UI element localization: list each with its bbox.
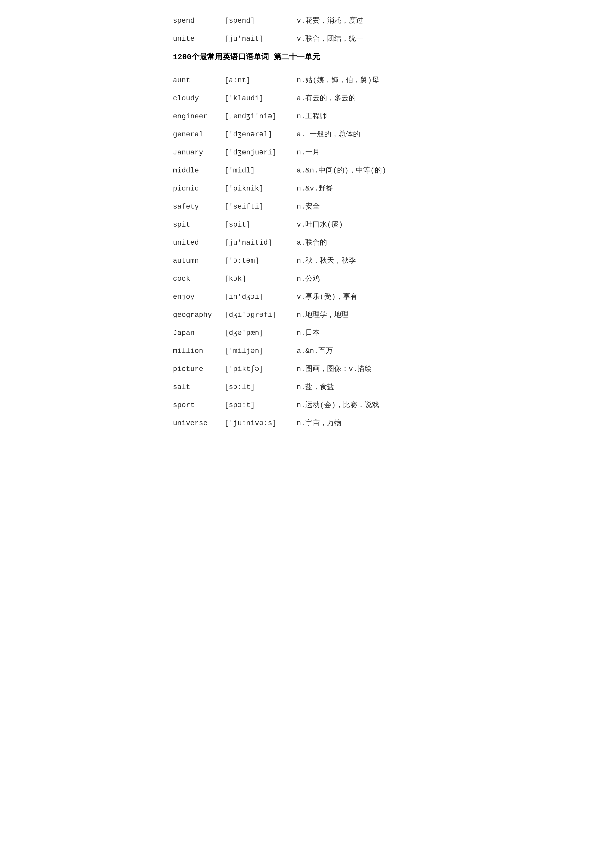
word: salt <box>173 382 225 393</box>
word-entry: picture ['piktʃə] n.图画，图像；v.描绘 <box>173 364 441 375</box>
word: Japan <box>173 328 225 338</box>
phonetic: [in'dʒɔi] <box>225 291 297 302</box>
page-content: spend [spend] v.花费，消耗，度过 unite [ju'nait]… <box>173 16 441 429</box>
phonetic: ['midl] <box>225 165 297 176</box>
word: sport <box>173 400 225 411</box>
word-entry: enjoy [in'dʒɔi] v.享乐(受)，享有 <box>173 291 441 302</box>
definition: n.秋，秋天，秋季 <box>297 256 356 266</box>
definition: n.地理学，地理 <box>297 310 349 321</box>
word-entry: middle ['midl] a.&n.中间(的)，中等(的) <box>173 165 441 176</box>
word: autumn <box>173 256 225 266</box>
phonetic: [ju'naitid] <box>225 237 297 248</box>
word: January <box>173 147 225 158</box>
definition: n.盐，食盐 <box>297 382 335 393</box>
definition: v.吐口水(痰) <box>297 219 343 230</box>
definition: v.花费，消耗，度过 <box>297 16 363 26</box>
main-entries: aunt [aːnt] n.姑(姨，婶，伯，舅)母 cloudy ['klaud… <box>173 75 441 429</box>
word: cloudy <box>173 93 225 104</box>
phonetic: ['klaudi] <box>225 93 297 104</box>
definition: n.图画，图像；v.描绘 <box>297 364 372 375</box>
phonetic: [aːnt] <box>225 75 297 86</box>
word-entry: unite [ju'nait] v.联合，团结，统一 <box>173 34 441 44</box>
definition: a.有云的，多云的 <box>297 93 356 104</box>
word-entry: sport [spɔːt] n.运动(会)，比赛，说戏 <box>173 400 441 411</box>
word: enjoy <box>173 291 225 302</box>
phonetic: ['seifti] <box>225 202 297 212</box>
word-entry: autumn ['ɔːtəm] n.秋，秋天，秋季 <box>173 256 441 266</box>
word-entry: million ['miljən] a.&n.百万 <box>173 346 441 356</box>
phonetic: ['juːnivəːs] <box>225 418 297 429</box>
phonetic: ['miljən] <box>225 346 297 356</box>
top-entries: spend [spend] v.花费，消耗，度过 unite [ju'nait]… <box>173 16 441 44</box>
word-entry: spend [spend] v.花费，消耗，度过 <box>173 16 441 26</box>
word: engineer <box>173 111 225 122</box>
definition: n.姑(姨，婶，伯，舅)母 <box>297 75 379 86</box>
word: unite <box>173 34 225 44</box>
phonetic: ['dʒenərəl] <box>225 129 297 140</box>
phonetic: [spend] <box>225 16 297 26</box>
phonetic: ['piktʃə] <box>225 364 297 375</box>
definition: n.日本 <box>297 328 320 338</box>
word: general <box>173 129 225 140</box>
word-entry: geography [dʒi'ɔgrəfi] n.地理学，地理 <box>173 310 441 321</box>
word: geography <box>173 310 225 321</box>
phonetic: [spit] <box>225 219 297 230</box>
word: picnic <box>173 183 225 194</box>
word-entry: aunt [aːnt] n.姑(姨，婶，伯，舅)母 <box>173 75 441 86</box>
word: aunt <box>173 75 225 86</box>
phonetic: ['piknik] <box>225 183 297 194</box>
definition: n.一月 <box>297 147 320 158</box>
phonetic: [sɔːlt] <box>225 382 297 393</box>
phonetic: ['ɔːtəm] <box>225 256 297 266</box>
phonetic: [dʒə'pæn] <box>225 328 297 338</box>
word: spend <box>173 16 225 26</box>
section-header: 1200个最常用英语口语单词 第二十一单元 <box>173 51 441 62</box>
word: united <box>173 237 225 248</box>
phonetic: [dʒi'ɔgrəfi] <box>225 310 297 321</box>
definition: n.工程师 <box>297 111 327 122</box>
definition: a.&n.中间(的)，中等(的) <box>297 165 386 176</box>
definition: a.&n.百万 <box>297 346 333 356</box>
word: universe <box>173 418 225 429</box>
word-entry: engineer [ˌendʒi'niə] n.工程师 <box>173 111 441 122</box>
definition: n.运动(会)，比赛，说戏 <box>297 400 379 411</box>
definition: n.&v.野餐 <box>297 183 333 194</box>
definition: v.联合，团结，统一 <box>297 34 363 44</box>
phonetic: [ˌendʒi'niə] <box>225 111 297 122</box>
phonetic: ['dʒænjuəri] <box>225 147 297 158</box>
word-entry: united [ju'naitid] a.联合的 <box>173 237 441 248</box>
definition: n.宇宙，万物 <box>297 418 342 429</box>
word: spit <box>173 219 225 230</box>
word: safety <box>173 202 225 212</box>
word-entry: salt [sɔːlt] n.盐，食盐 <box>173 382 441 393</box>
phonetic: [ju'nait] <box>225 34 297 44</box>
definition: a. 一般的，总体的 <box>297 129 360 140</box>
word: middle <box>173 165 225 176</box>
word-entry: safety ['seifti] n.安全 <box>173 202 441 212</box>
phonetic: [spɔːt] <box>225 400 297 411</box>
word-entry: picnic ['piknik] n.&v.野餐 <box>173 183 441 194</box>
word-entry: January ['dʒænjuəri] n.一月 <box>173 147 441 158</box>
word-entry: cock [kɔk] n.公鸡 <box>173 274 441 284</box>
word-entry: cloudy ['klaudi] a.有云的，多云的 <box>173 93 441 104</box>
word-entry: spit [spit] v.吐口水(痰) <box>173 219 441 230</box>
word-entry: Japan [dʒə'pæn] n.日本 <box>173 328 441 338</box>
word: picture <box>173 364 225 375</box>
word-entry: general ['dʒenərəl] a. 一般的，总体的 <box>173 129 441 140</box>
definition: a.联合的 <box>297 237 327 248</box>
word: million <box>173 346 225 356</box>
word-entry: universe ['juːnivəːs] n.宇宙，万物 <box>173 418 441 429</box>
phonetic: [kɔk] <box>225 274 297 284</box>
definition: v.享乐(受)，享有 <box>297 291 357 302</box>
definition: n.安全 <box>297 202 320 212</box>
word: cock <box>173 274 225 284</box>
definition: n.公鸡 <box>297 274 320 284</box>
